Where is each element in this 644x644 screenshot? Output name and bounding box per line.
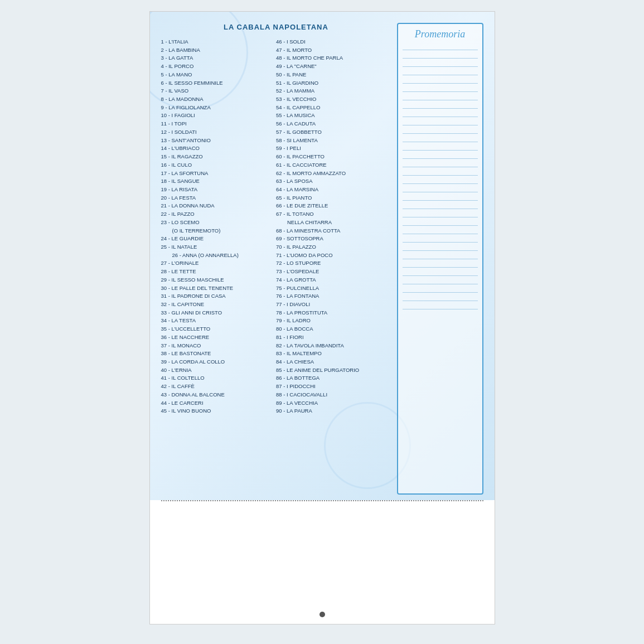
list-item: 47 - IL MORTO [276,46,391,55]
list-item: 79 - IL LADRO [276,317,391,325]
list-item: 86 - LA BOTTEGA [276,374,391,382]
list-item: 37 - IL MONACO [161,342,277,350]
list-item: 30 - LE PALLE DEL TENENTE [161,284,277,293]
list-item: 45 - IL VINO BUONO [161,407,277,415]
list-item: 3 - LA GATTA [161,54,277,62]
promemoria-line [403,303,478,309]
list-item: 84 - LA CHIESA [276,358,391,366]
promemoria-line [403,110,478,117]
promemoria-line [403,202,478,209]
list-item: 55 - LA MUSICA [276,112,391,120]
list-item: 50 - IL PANE [276,71,391,79]
list-item: 22 - IL PAZZO [161,210,277,219]
page-top: LA CABALA NAPOLETANA 1 - L'ITALIA2 - LA … [150,12,495,500]
list-item: 66 - LE DUE ZITELLE [276,202,391,210]
list-item: 27 - L'ORINALE [161,259,277,268]
list-item: 10 - I FAGIOLI [161,112,277,120]
promemoria-line [403,211,478,217]
list-item: 63 - LA SPOSA [276,177,391,186]
list-item: 64 - LA MARSINA [276,186,391,194]
promemoria-line [403,244,478,251]
promemoria-line [403,60,478,67]
list-item: 13 - SANT'ANTONIO [161,137,277,145]
list-item: 40 - L'ERNIA [161,366,277,375]
list-item: 74 - LA GROTTA [276,276,391,284]
list-item: 15 - IL RAGAZZO [161,153,277,161]
promemoria-lines [403,43,478,490]
promemoria-line [403,85,478,92]
list-item: 16 - IL CULO [161,161,277,170]
promemoria-line [403,127,478,134]
promemoria-line [403,102,478,109]
promemoria-line [403,269,478,276]
list-item: 26 - ANNA (O ANNARELLA) [161,251,277,260]
list-item: 20 - LA FESTA [161,194,277,202]
promemoria-line [403,119,478,125]
list-item: 81 - I FIORI [276,333,391,342]
list-item: 35 - L'UCCELLETTO [161,325,277,333]
list-item: 7 - IL VASO [161,87,277,95]
page-bottom [150,501,495,624]
list-item: 6 - IL SESSO FEMMINILE [161,79,277,88]
promemoria-line [403,144,478,151]
list-item: 1 - L'ITALIA [161,38,277,46]
promemoria-line [403,43,478,50]
list-item: 17 - LA SFORTUNA [161,170,277,178]
columns-wrapper: 1 - L'ITALIA2 - LA BAMBINA3 - LA GATTA4 … [161,38,391,415]
list-item: 70 - IL PALAZZO [276,243,391,251]
promemoria-line [403,227,478,234]
list-item: 19 - LA RISATA [161,186,277,194]
list-item: 9 - LA FIGLIOLANZA [161,104,277,112]
promemoria-line [403,253,478,259]
list-item: 78 - LA PROSTITUTA [276,309,391,317]
list-item: 49 - LA "CARNE" [276,62,391,71]
list-item: 58 - SI LAMENTA [276,137,391,145]
list-item: 39 - LA CORDA AL COLLO [161,358,277,366]
promemoria-box: Promemoria [397,23,483,495]
promemoria-line [403,52,478,59]
page-outer: LA CABALA NAPOLETANA 1 - L'ITALIA2 - LA … [149,11,495,624]
list-item: 88 - I CACIOCAVALLI [276,391,391,399]
list-item: 14 - L'UBRIACO [161,144,277,153]
list-item: 33 - GLI ANNI DI CRISTO [161,309,277,317]
promemoria-line [403,152,478,159]
list-item: 25 - IL NATALE [161,243,277,251]
list-item: 72 - LO STUPORE [276,259,391,268]
list-item: 68 - LA MINESTRA COTTA [276,227,391,235]
list-item: NELLA CHITARRA [276,219,391,227]
list-item: 12 - I SOLDATI [161,128,277,137]
list-item: 32 - IL CAPITONE [161,301,277,309]
list-item: 62 - IL MORTO AMMAZZATO [276,170,391,178]
promemoria-line [403,94,478,100]
list-item: 38 - LE BASTONATE [161,350,277,358]
promemoria-line [403,194,478,201]
list-item: 77 - I DIAVOLI [276,301,391,309]
promemoria-line [403,286,478,293]
list-item: 89 - LA VECCHIA [276,399,391,408]
list-item: 53 - IL VECCHIO [276,95,391,104]
list-item: 2 - LA BAMBINA [161,46,277,55]
promemoria-title: Promemoria [403,28,478,40]
list-item: 21 - LA DONNA NUDA [161,202,277,210]
promemoria-line [403,69,478,75]
promemoria-line [403,169,478,176]
promemoria-line [403,161,478,167]
list-item: 69 - SOTTOSOPRA [276,235,391,243]
right-column: 46 - I SOLDI47 - IL MORTO48 - IL MORTO C… [276,38,391,415]
list-item: 44 - LE CARCERI [161,399,277,408]
promemoria-line [403,177,478,184]
list-item: 59 - I PELI [276,144,391,153]
list-item: 36 - LE NACCHERE [161,333,277,342]
main-content: LA CABALA NAPOLETANA 1 - L'ITALIA2 - LA … [161,23,391,495]
left-column: 1 - L'ITALIA2 - LA BAMBINA3 - LA GATTA4 … [161,38,277,415]
list-item: 41 - IL COLTELLO [161,374,277,382]
list-item: 28 - LE TETTE [161,268,277,276]
list-item: 8 - LA MADONNA [161,95,277,104]
list-item: 31 - IL PADRONE DI CASA [161,292,277,301]
promemoria-line [403,219,478,226]
list-item: 80 - LA BOCCA [276,325,391,333]
list-item: 52 - LA MAMMA [276,87,391,95]
list-item: 65 - IL PIANTO [276,194,391,202]
list-item: 54 - IL CAPPELLO [276,104,391,112]
list-item: 56 - LA CADUTA [276,120,391,128]
